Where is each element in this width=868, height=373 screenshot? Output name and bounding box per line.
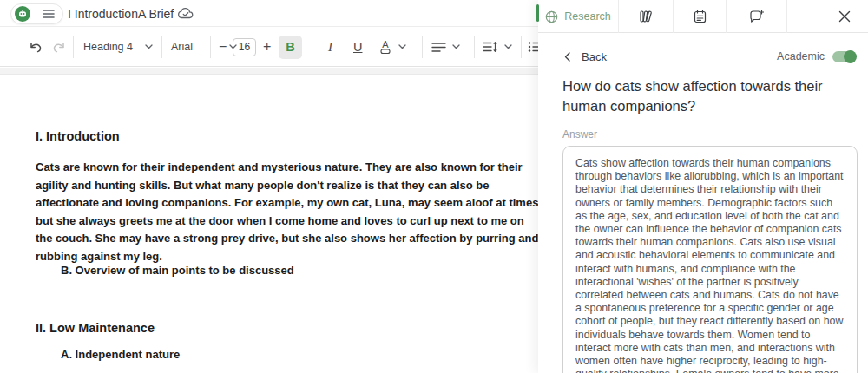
heading-style-dropdown[interactable]: Heading 4 xyxy=(83,27,153,67)
back-button[interactable]: Back xyxy=(564,50,607,63)
books-icon xyxy=(638,10,654,23)
toolbar-divider xyxy=(161,36,162,58)
research-question: How do cats show affection towards their… xyxy=(562,76,823,116)
tab-research-label: Research xyxy=(564,10,611,23)
toolbar-divider xyxy=(73,36,74,58)
doc-subpoint-b: B. Overview of main points to be discuss… xyxy=(61,264,294,277)
panel-tab-bar: Research xyxy=(538,0,868,33)
heading-style-label: Heading 4 xyxy=(83,41,133,53)
chevron-down-icon xyxy=(504,44,512,49)
font-family-dropdown[interactable]: Arial xyxy=(171,27,237,67)
globe-icon xyxy=(545,10,558,23)
svg-text:A: A xyxy=(382,40,389,49)
redo-button[interactable] xyxy=(51,27,66,67)
tab-notes[interactable] xyxy=(674,0,727,33)
notepad-icon xyxy=(694,10,707,23)
align-left-icon xyxy=(431,42,446,53)
line-spacing-icon xyxy=(483,41,498,53)
academic-toggle[interactable] xyxy=(832,51,856,62)
academic-toggle-row: Academic xyxy=(777,50,856,62)
tab-close-area xyxy=(787,0,868,33)
toolbar-divider xyxy=(474,36,475,58)
tab-library[interactable] xyxy=(619,0,674,33)
panel-caret-indicator xyxy=(536,4,539,22)
answer-text: Cats show affection towards their human … xyxy=(575,157,845,373)
document-title[interactable]: I IntroductionA Brief xyxy=(68,7,174,21)
doc-heading-introduction: I. Introduction xyxy=(36,129,120,143)
answer-box[interactable]: Cats show affection towards their human … xyxy=(562,146,858,373)
text-color-button[interactable]: A xyxy=(378,27,406,67)
doc-heading-low-maintenance: II. Low Maintenance xyxy=(36,321,155,335)
chat-add-icon xyxy=(749,10,764,23)
line-spacing-dropdown[interactable] xyxy=(483,27,512,67)
tab-research[interactable]: Research xyxy=(538,0,619,33)
toolbar-divider xyxy=(422,36,423,58)
hamburger-menu-icon[interactable] xyxy=(43,9,55,19)
bold-button[interactable]: B xyxy=(279,27,302,67)
close-icon[interactable] xyxy=(838,10,851,23)
toggle-knob xyxy=(844,50,857,63)
app-window: I IntroductionA Brief He xyxy=(0,0,868,373)
toolbar-divider xyxy=(521,36,522,58)
tab-new-chat[interactable] xyxy=(727,0,787,33)
back-label: Back xyxy=(582,50,607,63)
chevron-left-icon xyxy=(564,52,570,62)
doc-subpoint-a: A. Independent nature xyxy=(61,348,180,361)
chevron-down-icon xyxy=(398,44,406,49)
toolbar-divider xyxy=(210,36,211,58)
doc-paragraph: Cats are known for their independent and… xyxy=(36,159,542,265)
cloud-saved-icon xyxy=(177,6,194,20)
undo-button[interactable] xyxy=(29,27,43,67)
pill-divider xyxy=(36,8,36,20)
increase-font-size-button[interactable]: + xyxy=(263,27,271,67)
research-panel: Research xyxy=(538,0,868,373)
toolbar-shadow-band xyxy=(0,68,538,75)
top-bar: I IntroductionA Brief xyxy=(0,0,538,27)
font-size-input[interactable]: 16 xyxy=(233,27,256,67)
answer-label: Answer xyxy=(562,128,597,141)
italic-button[interactable]: I xyxy=(328,27,332,67)
chevron-down-icon xyxy=(452,44,460,49)
decrease-font-size-button[interactable]: − xyxy=(219,27,227,67)
font-family-label: Arial xyxy=(171,41,193,53)
app-logo-icon[interactable] xyxy=(15,6,30,22)
menu-pill[interactable] xyxy=(10,3,63,24)
academic-label: Academic xyxy=(777,50,825,62)
text-align-dropdown[interactable] xyxy=(431,27,460,67)
font-size-value: 16 xyxy=(233,38,256,56)
formatting-toolbar: Heading 4 Arial − 16 + B I U A xyxy=(0,27,538,67)
chevron-down-icon xyxy=(145,44,153,49)
underline-button[interactable]: U xyxy=(353,27,362,67)
